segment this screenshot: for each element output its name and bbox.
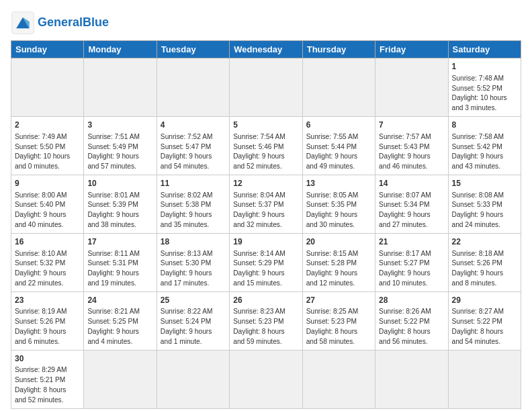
day-info: Sunrise: 8:04 AMSunset: 5:37 PMDaylight:… [233, 191, 298, 230]
weekday-header-tuesday: Tuesday [157, 41, 229, 58]
calendar-day-cell [84, 350, 157, 408]
day-info: Sunrise: 8:08 AMSunset: 5:33 PMDaylight:… [452, 191, 517, 230]
day-number: 9 [15, 178, 80, 189]
day-number: 15 [452, 178, 517, 189]
day-number: 24 [87, 295, 152, 306]
calendar-day-cell: 25Sunrise: 8:22 AMSunset: 5:24 PMDayligh… [157, 291, 229, 350]
day-number: 13 [306, 178, 371, 189]
calendar-day-cell: 6Sunrise: 7:55 AMSunset: 5:44 PMDaylight… [302, 116, 375, 175]
calendar-day-cell: 12Sunrise: 8:04 AMSunset: 5:37 PMDayligh… [230, 175, 302, 233]
calendar-week-row: 9Sunrise: 8:00 AMSunset: 5:40 PMDaylight… [11, 175, 521, 233]
day-info: Sunrise: 8:23 AMSunset: 5:23 PMDaylight:… [233, 307, 298, 347]
day-info: Sunrise: 8:18 AMSunset: 5:26 PMDaylight:… [452, 249, 517, 289]
day-info: Sunrise: 8:26 AMSunset: 5:22 PMDaylight:… [379, 307, 444, 347]
day-info: Sunrise: 7:54 AMSunset: 5:46 PMDaylight:… [233, 132, 298, 172]
day-number: 16 [15, 236, 80, 248]
calendar-day-cell: 18Sunrise: 8:13 AMSunset: 5:30 PMDayligh… [157, 233, 229, 291]
day-info: Sunrise: 7:58 AMSunset: 5:42 PMDaylight:… [452, 132, 517, 172]
day-info: Sunrise: 8:11 AMSunset: 5:31 PMDaylight:… [87, 249, 152, 289]
calendar-day-cell: 17Sunrise: 8:11 AMSunset: 5:31 PMDayligh… [84, 233, 157, 291]
calendar-day-cell [375, 350, 448, 408]
day-info: Sunrise: 7:52 AMSunset: 5:47 PMDaylight:… [161, 132, 226, 172]
day-info: Sunrise: 8:14 AMSunset: 5:29 PMDaylight:… [233, 249, 298, 289]
day-info: Sunrise: 8:01 AMSunset: 5:39 PMDaylight:… [87, 191, 152, 230]
day-number: 30 [15, 353, 80, 365]
weekday-header-saturday: Saturday [448, 41, 521, 58]
weekday-header-sunday: Sunday [11, 41, 84, 58]
calendar-day-cell [157, 58, 229, 117]
calendar-day-cell: 8Sunrise: 7:58 AMSunset: 5:42 PMDaylight… [448, 116, 521, 175]
day-info: Sunrise: 8:05 AMSunset: 5:35 PMDaylight:… [306, 191, 371, 230]
calendar-day-cell [302, 58, 375, 117]
day-number: 10 [87, 178, 152, 189]
day-info: Sunrise: 8:29 AMSunset: 5:21 PMDaylight:… [15, 365, 80, 405]
day-number: 5 [233, 120, 298, 131]
logo-blue: Blue [83, 15, 109, 29]
day-info: Sunrise: 7:49 AMSunset: 5:50 PMDaylight:… [15, 132, 80, 172]
calendar-week-row: 16Sunrise: 8:10 AMSunset: 5:32 PMDayligh… [11, 233, 521, 291]
calendar-day-cell: 19Sunrise: 8:14 AMSunset: 5:29 PMDayligh… [230, 233, 302, 291]
calendar-day-cell [84, 58, 157, 117]
day-number: 28 [379, 295, 444, 306]
day-number: 23 [15, 295, 80, 306]
day-number: 17 [87, 236, 152, 248]
day-info: Sunrise: 8:15 AMSunset: 5:28 PMDaylight:… [306, 249, 371, 289]
page: GeneralBlue SundayMondayTuesdayWednesday… [0, 0, 532, 411]
day-info: Sunrise: 8:00 AMSunset: 5:40 PMDaylight:… [15, 191, 80, 230]
calendar-day-cell: 22Sunrise: 8:18 AMSunset: 5:26 PMDayligh… [448, 233, 521, 291]
day-number: 4 [161, 120, 226, 131]
calendar-day-cell [230, 58, 302, 117]
day-info: Sunrise: 8:25 AMSunset: 5:23 PMDaylight:… [306, 307, 371, 347]
calendar-week-row: 23Sunrise: 8:19 AMSunset: 5:26 PMDayligh… [11, 291, 521, 350]
calendar-week-row: 2Sunrise: 7:49 AMSunset: 5:50 PMDaylight… [11, 116, 521, 175]
day-info: Sunrise: 7:57 AMSunset: 5:43 PMDaylight:… [379, 132, 444, 172]
calendar-week-row: 30Sunrise: 8:29 AMSunset: 5:21 PMDayligh… [11, 350, 521, 408]
calendar-day-cell: 13Sunrise: 8:05 AMSunset: 5:35 PMDayligh… [302, 175, 375, 233]
calendar-day-cell: 23Sunrise: 8:19 AMSunset: 5:26 PMDayligh… [11, 291, 84, 350]
day-info: Sunrise: 8:13 AMSunset: 5:30 PMDaylight:… [161, 249, 226, 289]
day-number: 18 [161, 236, 226, 248]
day-info: Sunrise: 8:02 AMSunset: 5:38 PMDaylight:… [161, 191, 226, 230]
calendar-day-cell [230, 350, 302, 408]
weekday-header-wednesday: Wednesday [230, 41, 302, 58]
calendar-day-cell: 1Sunrise: 7:48 AMSunset: 5:52 PMDaylight… [448, 58, 521, 117]
day-number: 14 [379, 178, 444, 189]
day-info: Sunrise: 8:19 AMSunset: 5:26 PMDaylight:… [15, 307, 80, 347]
day-info: Sunrise: 8:07 AMSunset: 5:34 PMDaylight:… [379, 191, 444, 230]
day-number: 2 [15, 120, 80, 131]
calendar-day-cell [302, 350, 375, 408]
day-info: Sunrise: 8:21 AMSunset: 5:25 PMDaylight:… [87, 307, 152, 347]
day-info: Sunrise: 8:10 AMSunset: 5:32 PMDaylight:… [15, 249, 80, 289]
calendar-day-cell: 27Sunrise: 8:25 AMSunset: 5:23 PMDayligh… [302, 291, 375, 350]
day-info: Sunrise: 7:55 AMSunset: 5:44 PMDaylight:… [306, 132, 371, 172]
day-number: 8 [452, 120, 517, 131]
day-number: 1 [452, 61, 517, 73]
day-number: 3 [87, 120, 152, 131]
calendar-day-cell: 29Sunrise: 8:27 AMSunset: 5:22 PMDayligh… [448, 291, 521, 350]
header: GeneralBlue [11, 11, 521, 35]
calendar-day-cell: 15Sunrise: 8:08 AMSunset: 5:33 PMDayligh… [448, 175, 521, 233]
calendar-day-cell: 24Sunrise: 8:21 AMSunset: 5:25 PMDayligh… [84, 291, 157, 350]
calendar-day-cell: 4Sunrise: 7:52 AMSunset: 5:47 PMDaylight… [157, 116, 229, 175]
calendar-day-cell: 3Sunrise: 7:51 AMSunset: 5:49 PMDaylight… [84, 116, 157, 175]
day-number: 21 [379, 236, 444, 248]
calendar-day-cell: 26Sunrise: 8:23 AMSunset: 5:23 PMDayligh… [230, 291, 302, 350]
weekday-header-friday: Friday [375, 41, 448, 58]
day-info: Sunrise: 7:48 AMSunset: 5:52 PMDaylight:… [452, 74, 517, 113]
weekday-header-thursday: Thursday [302, 41, 375, 58]
calendar-day-cell: 11Sunrise: 8:02 AMSunset: 5:38 PMDayligh… [157, 175, 229, 233]
calendar-day-cell: 16Sunrise: 8:10 AMSunset: 5:32 PMDayligh… [11, 233, 84, 291]
logo-general: General [38, 15, 83, 29]
day-number: 11 [161, 178, 226, 189]
calendar-day-cell [11, 58, 84, 117]
calendar-table: SundayMondayTuesdayWednesdayThursdayFrid… [11, 40, 521, 409]
day-number: 7 [379, 120, 444, 131]
calendar-day-cell: 20Sunrise: 8:15 AMSunset: 5:28 PMDayligh… [302, 233, 375, 291]
day-number: 29 [452, 295, 517, 306]
day-number: 26 [233, 295, 298, 306]
day-number: 6 [306, 120, 371, 131]
weekday-header-monday: Monday [84, 41, 157, 58]
day-number: 19 [233, 236, 298, 248]
calendar-week-row: 1Sunrise: 7:48 AMSunset: 5:52 PMDaylight… [11, 58, 521, 117]
calendar-day-cell: 10Sunrise: 8:01 AMSunset: 5:39 PMDayligh… [84, 175, 157, 233]
